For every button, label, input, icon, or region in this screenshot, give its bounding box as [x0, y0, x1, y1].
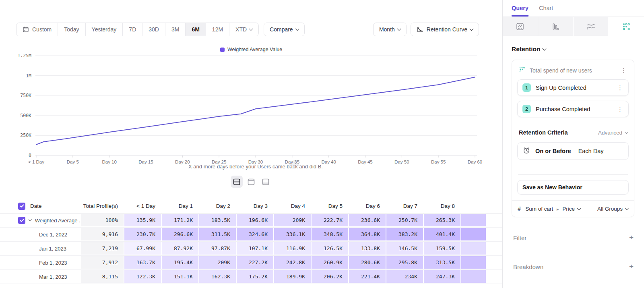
select-all-checkbox[interactable] [18, 203, 25, 210]
y-axis-tick-label: 750K [20, 93, 31, 98]
tab-flows[interactable] [574, 17, 609, 36]
save-behavior-button[interactable]: Save as New Behavior [517, 180, 629, 195]
kebab-menu-icon[interactable]: ⋮ [616, 84, 624, 91]
header-total-profile-s-[interactable]: Total Profile(s) [80, 199, 124, 213]
step-number-badge: 1 [522, 83, 531, 92]
range-label: Custom [32, 26, 52, 33]
layout-toggles [0, 176, 502, 188]
total-profiles-cell: 100% [80, 213, 124, 227]
retention-value-cell: 159.5K [423, 242, 461, 255]
row-label: Feb 1, 2023 [39, 260, 67, 266]
criteria-mode-label: Advanced [598, 130, 622, 136]
retention-value-cell: 163.7K [124, 256, 161, 269]
breakdown-section: Breakdown + [512, 262, 634, 271]
header-day-8[interactable]: Day 8 [423, 199, 461, 213]
retention-value-cell: 230.7K [124, 228, 161, 241]
query-panel: Query Chart Retention [502, 0, 644, 288]
tab-retention[interactable] [609, 17, 644, 36]
retention-value-cell: 295.8K [386, 256, 423, 269]
y-axis-tick-label: 1.25M [17, 54, 31, 58]
main-content: CustomTodayYesterday7D30D3M6M12MXTD Comp… [0, 0, 502, 288]
kebab-menu-icon[interactable]: ⋮ [616, 106, 624, 113]
header-day-2[interactable]: Day 2 [199, 199, 236, 213]
x-axis-tick-label: Day 50 [394, 160, 409, 164]
range-yesterday[interactable]: Yesterday [86, 23, 123, 36]
behavior-title: Total spend of new users [530, 67, 615, 74]
row-label: Jan 1, 2023 [39, 246, 66, 252]
retention-value-cell: 122.3K [124, 270, 161, 284]
groups-dropdown[interactable]: All Groups [597, 206, 628, 212]
header-day-4[interactable]: Day 4 [274, 199, 311, 213]
retention-value-cell: 133.8K [349, 242, 386, 255]
retention-criteria-row: Retention Criteria Advanced [517, 129, 629, 136]
layout-toggle-chart[interactable] [245, 176, 257, 188]
retention-value-cell: 97.87K [199, 242, 236, 255]
chart-type-button[interactable]: Retention Curve [411, 23, 479, 36]
x-axis-tick-label: Day 40 [321, 160, 336, 164]
row-date-cell: Mar 1, 2023 [0, 270, 80, 284]
range-today[interactable]: Today [58, 23, 85, 36]
behavior-step-1[interactable]: 1Sign Up Completed⋮ [517, 79, 629, 96]
retention-value-cell: 313.5K [423, 256, 461, 269]
retention-value-cell-clipped [461, 270, 486, 284]
add-breakdown-icon[interactable]: + [629, 262, 634, 271]
chart-type-label: Retention Curve [427, 26, 467, 33]
header-day-6[interactable]: Day 6 [349, 199, 386, 213]
chart-legend: Weighted Average Value [0, 46, 502, 53]
range-6m[interactable]: 6M [186, 23, 206, 36]
header-day-7[interactable]: Day 7 [386, 199, 423, 213]
behavior-step-2[interactable]: 2Purchase Completed⋮ [517, 101, 629, 117]
header-day-3[interactable]: Day 3 [236, 199, 274, 213]
retention-value-cell: 227.2K [236, 256, 274, 269]
report-section-dropdown[interactable]: Retention [512, 46, 546, 53]
range-3m[interactable]: 3M [165, 23, 186, 36]
add-filter-icon[interactable]: + [629, 233, 634, 242]
table-row: Mar 1, 20238,115122.3K151.1K162.3K175.2K… [0, 270, 502, 284]
compare-button[interactable]: Compare [264, 23, 305, 36]
retention-value-cell: 183.5K [199, 213, 236, 227]
chevron-down-icon [625, 206, 629, 210]
panel-tabs: Query Chart [503, 0, 644, 17]
retention-value-cell: 209K [199, 256, 236, 269]
breakdown-label: Breakdown [513, 263, 629, 270]
tab-insights[interactable] [503, 17, 538, 36]
range-12m[interactable]: 12M [206, 23, 229, 36]
row-checkbox[interactable] [18, 217, 25, 224]
range-xtd[interactable]: XTD [229, 23, 258, 36]
retention-curve-plot: 0250K500K750K1M1.25M< 1 DayDay 5Day 10Da… [0, 54, 502, 166]
range-custom[interactable]: Custom [17, 23, 58, 36]
retention-value-cell: 222.7K [311, 213, 349, 227]
x-axis-tick-label: Day 60 [468, 160, 482, 164]
retention-value-cell: 189.9K [274, 270, 311, 284]
x-axis-tick-label: Day 55 [431, 160, 446, 164]
y-axis-tick-label: 1M [26, 73, 31, 79]
header--1-day[interactable]: < 1 Day [124, 199, 161, 213]
retention-chart: Weighted Average Value 0250K500K750K1M1.… [0, 46, 502, 188]
header-day-5[interactable]: Day 5 [311, 199, 349, 213]
report-type-tabs [503, 17, 644, 36]
calendar-icon [23, 26, 29, 33]
granularity-button[interactable]: Month [373, 23, 407, 36]
retention-value-cell: 107.1K [236, 242, 274, 255]
range-30d[interactable]: 30D [142, 23, 165, 36]
measure-property-dropdown[interactable]: Sum of cart ▸ Price [525, 206, 580, 212]
range-7d[interactable]: 7D [123, 23, 142, 36]
report-section-label: Retention [512, 46, 540, 53]
measure-event: Sum of cart [525, 206, 553, 212]
header-date[interactable]: Date [0, 199, 80, 213]
tab-chart[interactable]: Chart [539, 5, 553, 17]
layout-toggle-split[interactable] [231, 176, 243, 188]
expand-caret-icon[interactable] [29, 218, 32, 221]
retention-value-cell: 236.6K [349, 213, 386, 227]
layout-toggle-table[interactable] [260, 176, 272, 188]
criteria-mode-dropdown[interactable]: Advanced [598, 130, 628, 136]
kebab-menu-icon[interactable]: ⋮ [619, 67, 628, 74]
step-label: Sign Up Completed [536, 85, 611, 91]
table-row: Feb 1, 20237,912163.7K195.4K209K227.2K24… [0, 256, 502, 270]
tab-query[interactable]: Query [512, 5, 528, 17]
tab-funnels[interactable] [538, 17, 574, 36]
criteria-setting[interactable]: On or Before Each Day [517, 142, 629, 160]
granularity-label: Month [379, 26, 395, 33]
retention-value-cell-clipped [461, 213, 486, 227]
header-day-1[interactable]: Day 1 [161, 199, 199, 213]
